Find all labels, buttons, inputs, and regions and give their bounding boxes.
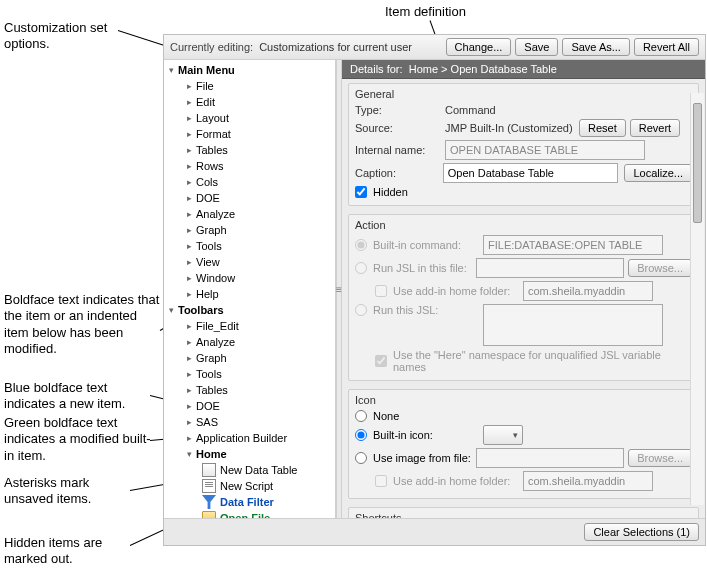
icon-addin-value bbox=[523, 471, 653, 491]
clear-selections-button[interactable]: Clear Selections (1) bbox=[584, 523, 699, 541]
tree-item[interactable]: Analyze bbox=[166, 334, 335, 350]
tree-item[interactable]: New Data Table bbox=[166, 462, 335, 478]
script-icon bbox=[202, 479, 216, 493]
revert-all-button[interactable]: Revert All bbox=[634, 38, 699, 56]
builtin-cmd-value bbox=[483, 235, 663, 255]
tree-home[interactable]: Home bbox=[166, 446, 335, 462]
hidden-checkbox[interactable] bbox=[355, 186, 367, 198]
tree-item[interactable]: Rows bbox=[166, 158, 335, 174]
internal-name-input bbox=[445, 140, 645, 160]
here-ns-checkbox bbox=[375, 355, 387, 367]
annotation-item-def: Item definition bbox=[385, 4, 466, 20]
tree-item[interactable]: Format bbox=[166, 126, 335, 142]
topbar: Currently editing: Customizations for cu… bbox=[164, 35, 705, 60]
tree-main-menu[interactable]: Main Menu bbox=[166, 62, 335, 78]
radio-icon-file[interactable] bbox=[355, 452, 367, 464]
group-shortcuts: Shortcuts Current shortcuts: Remove New … bbox=[348, 507, 699, 518]
customization-window: Currently editing: Customizations for cu… bbox=[163, 34, 706, 546]
icon-picker[interactable] bbox=[483, 425, 523, 445]
annotation-bold: Boldface text indicates that the item or… bbox=[4, 292, 164, 357]
group-icon: Icon None Built-in icon: Use image from … bbox=[348, 389, 699, 499]
tree-item[interactable]: DOE bbox=[166, 190, 335, 206]
here-ns-label: Use the "Here" namespace for unqualified… bbox=[393, 349, 692, 373]
internal-label: Internal name: bbox=[355, 144, 445, 156]
details-header: Details for: Home > Open Database Table bbox=[342, 60, 705, 79]
tree-item[interactable]: View bbox=[166, 254, 335, 270]
radio-run-file bbox=[355, 262, 367, 274]
browse-button: Browse... bbox=[628, 259, 692, 277]
radio-run-jsl bbox=[355, 304, 367, 316]
tree-item[interactable]: Graph bbox=[166, 222, 335, 238]
group-general: General Type: Command Source: JMP Built-… bbox=[348, 83, 699, 206]
annotation-asterisk: Asterisks mark unsaved items. bbox=[4, 475, 134, 508]
editing-value: Customizations for current user bbox=[259, 41, 412, 53]
source-label: Source: bbox=[355, 122, 445, 134]
run-file-input bbox=[476, 258, 624, 278]
tree-item[interactable]: Tools bbox=[166, 238, 335, 254]
source-value: JMP Built-In (Customized) bbox=[445, 122, 575, 134]
group-action: Action Built-in command: Run JSL in this… bbox=[348, 214, 699, 381]
table-icon bbox=[202, 463, 216, 477]
jsl-textarea bbox=[483, 304, 663, 346]
builtin-cmd-label: Built-in command: bbox=[373, 239, 483, 251]
footer: Clear Selections (1) bbox=[164, 518, 705, 545]
annotation-hidden: Hidden items are marked out. bbox=[4, 535, 134, 568]
tree-item[interactable]: Tables bbox=[166, 382, 335, 398]
tree-item[interactable]: File_Edit bbox=[166, 318, 335, 334]
tree-item[interactable]: SAS bbox=[166, 414, 335, 430]
group-title: Action bbox=[355, 219, 692, 231]
icon-browse-button: Browse... bbox=[628, 449, 692, 467]
hidden-label: Hidden bbox=[373, 186, 408, 198]
addin-home-label: Use add-in home folder: bbox=[393, 285, 523, 297]
details-scrollbar[interactable] bbox=[690, 93, 704, 505]
tree-toolbars[interactable]: Toolbars bbox=[166, 302, 335, 318]
icon-file-input bbox=[476, 448, 624, 468]
menu-tree[interactable]: Main Menu File Edit Layout Format Tables… bbox=[164, 60, 336, 518]
localize-button[interactable]: Localize... bbox=[624, 164, 692, 182]
caption-input[interactable] bbox=[443, 163, 619, 183]
filter-icon bbox=[202, 495, 216, 509]
annotation-cust-set: Customization set options. bbox=[4, 20, 134, 53]
annotation-blue: Blue boldface text indicates a new item. bbox=[4, 380, 154, 413]
radio-icon-builtin[interactable] bbox=[355, 429, 367, 441]
radio-icon-none[interactable] bbox=[355, 410, 367, 422]
change-button[interactable]: Change... bbox=[446, 38, 512, 56]
group-title: General bbox=[355, 88, 692, 100]
editing-label: Currently editing: bbox=[170, 41, 253, 53]
icon-builtin-label: Built-in icon: bbox=[373, 429, 483, 441]
group-title: Icon bbox=[355, 394, 692, 406]
tree-item[interactable]: Open File bbox=[166, 510, 335, 518]
tree-item[interactable]: Tools bbox=[166, 366, 335, 382]
tree-item[interactable]: Window bbox=[166, 270, 335, 286]
tree-item[interactable]: Layout bbox=[166, 110, 335, 126]
tree-item[interactable]: Graph bbox=[166, 350, 335, 366]
addin-home-checkbox bbox=[375, 285, 387, 297]
type-label: Type: bbox=[355, 104, 445, 116]
caption-label: Caption: bbox=[355, 167, 443, 179]
tree-item[interactable]: Cols bbox=[166, 174, 335, 190]
icon-file-label: Use image from file: bbox=[373, 452, 476, 464]
save-button[interactable]: Save bbox=[515, 38, 558, 56]
icon-addin-label: Use add-in home folder: bbox=[393, 475, 523, 487]
icon-addin-checkbox bbox=[375, 475, 387, 487]
tree-item[interactable]: Help bbox=[166, 286, 335, 302]
tree-item[interactable]: DOE bbox=[166, 398, 335, 414]
tree-item[interactable]: New Script bbox=[166, 478, 335, 494]
save-as-button[interactable]: Save As... bbox=[562, 38, 630, 56]
tree-item[interactable]: Data Filter bbox=[166, 494, 335, 510]
revert-button[interactable]: Revert bbox=[630, 119, 680, 137]
tree-item[interactable]: File bbox=[166, 78, 335, 94]
folder-icon bbox=[202, 511, 216, 518]
tree-item[interactable]: Tables bbox=[166, 142, 335, 158]
addin-home-value bbox=[523, 281, 653, 301]
run-jsl-label: Run this JSL: bbox=[373, 304, 483, 316]
tree-item[interactable]: Analyze bbox=[166, 206, 335, 222]
radio-builtin-cmd bbox=[355, 239, 367, 251]
icon-none-label: None bbox=[373, 410, 399, 422]
reset-button[interactable]: Reset bbox=[579, 119, 626, 137]
annotation-green: Green boldface text indicates a modified… bbox=[4, 415, 154, 464]
details-panel: Details for: Home > Open Database Table … bbox=[342, 60, 705, 518]
tree-item[interactable]: Edit bbox=[166, 94, 335, 110]
tree-item[interactable]: Application Builder bbox=[166, 430, 335, 446]
run-file-label: Run JSL in this file: bbox=[373, 262, 476, 274]
